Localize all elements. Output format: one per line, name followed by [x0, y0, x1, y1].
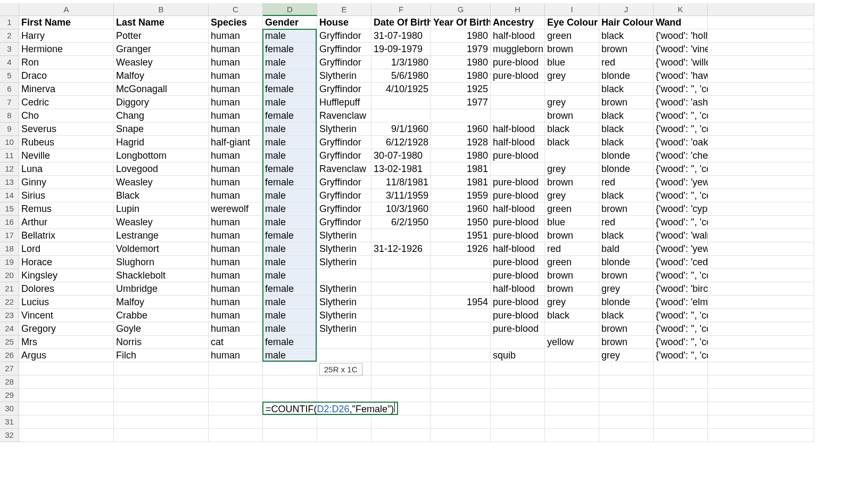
- cell-C19[interactable]: human: [209, 256, 263, 269]
- row-header-11[interactable]: 11: [0, 149, 19, 162]
- cell-B12[interactable]: Lovegood: [114, 162, 209, 176]
- cell-G8[interactable]: [431, 109, 491, 123]
- cell-G26[interactable]: [431, 349, 491, 362]
- cell-H15[interactable]: half-blood: [491, 202, 545, 216]
- cell-D29[interactable]: [263, 389, 317, 402]
- cell-K3[interactable]: {'wood': 'vine', 'core': 'drago: [654, 43, 708, 56]
- cell-G32[interactable]: [431, 429, 491, 442]
- cell-A16[interactable]: Arthur: [19, 216, 114, 229]
- cell-K14[interactable]: {'wood': '', 'core': '', 'length':: [654, 189, 708, 202]
- cell-J25[interactable]: brown: [599, 336, 654, 349]
- cell-C22[interactable]: human: [209, 296, 263, 309]
- cell-I1[interactable]: Eye Colour: [545, 16, 599, 29]
- cell-A10[interactable]: Rubeus: [19, 136, 114, 149]
- cell-B30[interactable]: [114, 402, 209, 415]
- cell-A9[interactable]: Severus: [19, 123, 114, 136]
- cell-G29[interactable]: [431, 389, 491, 402]
- cell-D19[interactable]: male: [263, 256, 317, 269]
- row-header-17[interactable]: 17: [0, 229, 19, 242]
- cell-filler-18[interactable]: [708, 242, 814, 256]
- cell-A30[interactable]: [19, 402, 114, 415]
- cell-H5[interactable]: pure-blood: [491, 69, 545, 83]
- cell-B13[interactable]: Weasley: [114, 176, 209, 189]
- cell-A28[interactable]: [19, 375, 114, 389]
- cell-B18[interactable]: Voldemort: [114, 242, 209, 256]
- cell-E10[interactable]: Gryffindor: [317, 136, 371, 149]
- cell-B20[interactable]: Shacklebolt: [114, 269, 209, 282]
- row-header-26[interactable]: 26: [0, 349, 19, 362]
- cell-I15[interactable]: green: [545, 202, 599, 216]
- cell-C1[interactable]: Species: [209, 16, 263, 29]
- cell-K13[interactable]: {'wood': 'yew', 'core': '', 'leng: [654, 176, 708, 189]
- cell-H25[interactable]: [491, 336, 545, 349]
- cell-J23[interactable]: black: [599, 309, 654, 322]
- cell-B32[interactable]: [114, 429, 209, 442]
- cell-B19[interactable]: Slughorn: [114, 256, 209, 269]
- cell-E31[interactable]: [317, 415, 371, 429]
- cell-A23[interactable]: Vincent: [19, 309, 114, 322]
- cell-B7[interactable]: Diggory: [114, 96, 209, 109]
- cell-D17[interactable]: female: [263, 229, 317, 242]
- cell-A12[interactable]: Luna: [19, 162, 114, 176]
- cell-J24[interactable]: brown: [599, 322, 654, 336]
- cell-H19[interactable]: pure-blood: [491, 256, 545, 269]
- cell-G15[interactable]: 1960: [431, 202, 491, 216]
- cell-C10[interactable]: half-giant: [209, 136, 263, 149]
- cell-K22[interactable]: {'wood': 'elm', 'core': 'drago: [654, 296, 708, 309]
- cell-K19[interactable]: {'wood': 'cedar', 'core': 'drag: [654, 256, 708, 269]
- cell-J29[interactable]: [599, 389, 654, 402]
- cell-B26[interactable]: Filch: [114, 349, 209, 362]
- cell-J10[interactable]: black: [599, 136, 654, 149]
- cell-K31[interactable]: [654, 415, 708, 429]
- cell-J14[interactable]: black: [599, 189, 654, 202]
- cell-J16[interactable]: red: [599, 216, 654, 229]
- cell-E11[interactable]: Gryffindor: [317, 149, 371, 162]
- cell-K1[interactable]: Wand: [654, 16, 708, 29]
- cell-K6[interactable]: {'wood': '', 'core': '', 'length':: [654, 83, 708, 96]
- cell-filler-3[interactable]: [708, 43, 814, 56]
- formula-edit-cell[interactable]: =COUNTIF(D2:D26,"Female"): [262, 402, 398, 415]
- cell-filler-17[interactable]: [708, 229, 814, 242]
- cell-D14[interactable]: male: [263, 189, 317, 202]
- cell-A17[interactable]: Bellatrix: [19, 229, 114, 242]
- cell-H1[interactable]: Ancestry: [491, 16, 545, 29]
- column-header-D[interactable]: D: [263, 3, 317, 16]
- cell-K15[interactable]: {'wood': 'cypress', 'core': 'ur: [654, 202, 708, 216]
- cell-F25[interactable]: [371, 336, 431, 349]
- cell-B21[interactable]: Umbridge: [114, 282, 209, 296]
- cell-H14[interactable]: pure-blood: [491, 189, 545, 202]
- cell-E1[interactable]: House: [317, 16, 371, 29]
- column-header-E[interactable]: E: [317, 3, 371, 16]
- cell-A7[interactable]: Cedric: [19, 96, 114, 109]
- cell-D20[interactable]: male: [263, 269, 317, 282]
- cell-C13[interactable]: human: [209, 176, 263, 189]
- cell-A6[interactable]: Minerva: [19, 83, 114, 96]
- column-header-K[interactable]: K: [654, 3, 708, 16]
- cell-A5[interactable]: Draco: [19, 69, 114, 83]
- cell-filler-7[interactable]: [708, 96, 814, 109]
- cell-A1[interactable]: First Name: [19, 16, 114, 29]
- cell-J15[interactable]: brown: [599, 202, 654, 216]
- cell-I10[interactable]: black: [545, 136, 599, 149]
- cell-B17[interactable]: Lestrange: [114, 229, 209, 242]
- cell-K23[interactable]: {'wood': '', 'core': '', 'length':: [654, 309, 708, 322]
- cell-D21[interactable]: female: [263, 282, 317, 296]
- cell-C31[interactable]: [209, 415, 263, 429]
- cell-G5[interactable]: 1980: [431, 69, 491, 83]
- cell-E22[interactable]: Slytherin: [317, 296, 371, 309]
- cell-H6[interactable]: [491, 83, 545, 96]
- cell-C3[interactable]: human: [209, 43, 263, 56]
- cell-E3[interactable]: Gryffindor: [317, 43, 371, 56]
- cell-E2[interactable]: Gryffindor: [317, 29, 371, 43]
- cell-K18[interactable]: {'wood': 'yew', 'core': 'phoer: [654, 242, 708, 256]
- cell-filler-32[interactable]: [708, 429, 814, 442]
- cell-E16[interactable]: Gryffindor: [317, 216, 371, 229]
- cell-C7[interactable]: human: [209, 96, 263, 109]
- cell-F32[interactable]: [371, 429, 431, 442]
- row-header-30[interactable]: 30: [0, 402, 19, 415]
- cell-D25[interactable]: female: [263, 336, 317, 349]
- cell-I2[interactable]: green: [545, 29, 599, 43]
- cell-A18[interactable]: Lord: [19, 242, 114, 256]
- cell-E7[interactable]: Hufflepuff: [317, 96, 371, 109]
- cell-K32[interactable]: [654, 429, 708, 442]
